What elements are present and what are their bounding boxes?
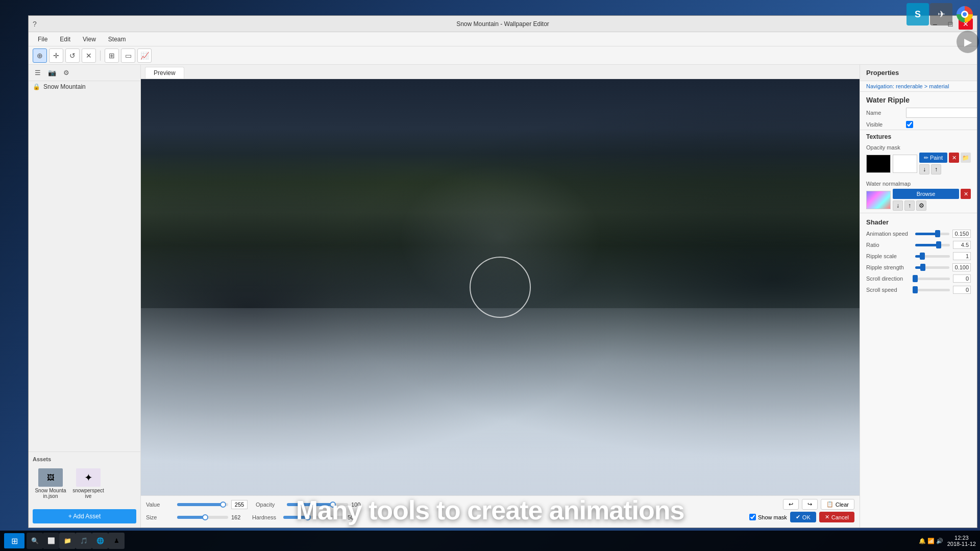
shader-val-0: 0.150 [952, 230, 971, 238]
shader-row-2: Ripple scale 1 [860, 251, 977, 262]
opacity-mask-thumb-white [893, 155, 917, 173]
taskbar-steam[interactable]: ♟ [108, 533, 125, 549]
normalmap-down-btn[interactable]: ↓ [893, 201, 903, 211]
shader-name-2: Ripple scale [866, 253, 912, 259]
toolbar-separator [100, 51, 101, 61]
shader-thumb-4 [913, 275, 918, 282]
opacity-mask-label: Opacity mask [866, 144, 971, 151]
shader-fill-1 [915, 244, 939, 246]
water-normalmap-row: Browse ✕ ↓ ↑ ⚙ [866, 189, 971, 211]
shader-val-3: 0.100 [952, 263, 971, 271]
shader-slider-3[interactable] [915, 266, 949, 269]
sidebar-item-snow-mountain[interactable]: 🔒 Snow Mountain [29, 81, 140, 92]
app-window: ? Snow Mountain - Wallpaper Editor – □ ✕… [28, 15, 977, 528]
sidebar-toolbar: ☰ 📷 ⚙ [29, 65, 140, 81]
tool-refresh[interactable]: ↺ [65, 48, 80, 63]
menu-file[interactable]: File [33, 34, 53, 44]
tool-rect[interactable]: ▭ [121, 48, 135, 63]
opacity-mask-thumb-black [866, 155, 891, 173]
canvas-image [141, 79, 860, 495]
menu-view[interactable]: View [78, 34, 101, 44]
paint-button[interactable]: ✏ Paint [919, 153, 947, 163]
shader-thumb-0 [935, 230, 940, 237]
tool-chart[interactable]: 📈 [137, 48, 152, 63]
sidebar-camera-icon[interactable]: 📷 [46, 67, 58, 79]
chrome-icon-systray[interactable] [953, 3, 976, 26]
taskbar-explorer[interactable]: 📁 [59, 533, 76, 549]
asset-thumb-snow2: ✦ [76, 468, 101, 487]
help-icon[interactable]: ? [33, 20, 37, 28]
shader-slider-5[interactable] [915, 289, 950, 291]
shader-name-1: Ratio [866, 242, 912, 248]
shader-name-0: Animation speed [866, 231, 912, 237]
clear-texture-button[interactable]: ✕ [949, 153, 959, 163]
preview-tab-bar: Preview [141, 65, 860, 79]
shader-val-5: 0 [953, 286, 971, 294]
telegram-icon[interactable]: ✈ [930, 3, 952, 26]
shader-row-1: Ratio 4.5 [860, 239, 977, 251]
taskbar-chrome[interactable]: 🌐 [92, 533, 108, 549]
normalmap-up-btn[interactable]: ↑ [904, 201, 915, 211]
tex-down-btn[interactable]: ↓ [919, 164, 929, 174]
start-button[interactable]: ⊞ [4, 533, 24, 548]
sidebar-settings-icon[interactable]: ⚙ [60, 67, 72, 79]
tool-move[interactable]: ✛ [49, 48, 63, 63]
shader-section: Shader Animation speed 0.150 Ratio 4.5 R… [860, 213, 977, 297]
shader-val-2: 1 [953, 252, 971, 260]
toolbar: ⊕ ✛ ↺ ✕ ⊞ ▭ 📈 [29, 46, 977, 65]
sidebar-list-icon[interactable]: ☰ [32, 67, 44, 79]
visible-checkbox[interactable] [906, 121, 913, 128]
opacity-mask-item: Opacity mask ✏ Paint ✕ 📁 ↓ [860, 142, 977, 177]
clear-normalmap-button[interactable]: ✕ [961, 189, 971, 199]
tool-select[interactable]: ⊕ [33, 48, 47, 63]
shader-val-1: 4.5 [953, 241, 971, 249]
shader-thumb-1 [936, 241, 941, 248]
browse-normalmap-button[interactable]: Browse [893, 189, 959, 199]
shader-slider-1[interactable] [915, 244, 950, 246]
taskbar-spotify[interactable]: 🎵 [76, 533, 92, 549]
taskbar-tray: 🔔 📶 🔊 12:23 2018-11-12 [919, 535, 976, 547]
date-display: 2018-11-12 [947, 541, 976, 547]
nav-link[interactable]: renderable > material [896, 83, 949, 89]
shader-row-4: Scroll direction 0 [860, 273, 977, 284]
name-input[interactable] [906, 108, 977, 118]
shader-thumb-3 [920, 264, 925, 271]
water-ripple-title: Water Ripple [860, 92, 977, 106]
main-content: ☰ 📷 ⚙ 🔒 Snow Mountain Assets 🖼 Snow Moun… [29, 65, 977, 528]
wallpaper-engine-tray[interactable]: ▶ [957, 31, 979, 53]
properties-header: Properties [860, 65, 977, 81]
shader-slider-0[interactable] [915, 233, 949, 235]
properties-panel: Properties Navigation: renderable > mate… [860, 65, 977, 528]
browse-texture-button[interactable]: 📁 [961, 153, 971, 163]
menu-steam[interactable]: Steam [103, 34, 131, 44]
tex-up-btn[interactable]: ↑ [931, 164, 941, 174]
shader-slider-2[interactable] [915, 255, 950, 258]
tool-grid[interactable]: ⊞ [105, 48, 119, 63]
skype-icon[interactable]: S [906, 3, 929, 26]
preview-tab[interactable]: Preview [145, 67, 184, 79]
shader-row-5: Scroll speed 0 [860, 284, 977, 295]
sidebar: ☰ 📷 ⚙ 🔒 Snow Mountain Assets 🖼 Snow Moun… [29, 65, 141, 528]
overlay-text: Many tools to create animations [0, 495, 980, 525]
normalmap-settings-btn[interactable]: ⚙ [916, 201, 926, 211]
taskbar-taskview[interactable]: ⬜ [43, 533, 59, 549]
shader-name-4: Scroll direction [866, 276, 912, 282]
shader-row-3: Ripple strength 0.100 [860, 262, 977, 273]
shader-row-0: Animation speed 0.150 [860, 228, 977, 239]
water-normalmap-thumb [866, 191, 891, 209]
assets-label: Assets [29, 454, 140, 464]
tray-icons: 🔔 📶 🔊 [919, 538, 943, 544]
shader-label: Shader [860, 215, 977, 228]
menu-edit[interactable]: Edit [55, 34, 76, 44]
titlebar: ? Snow Mountain - Wallpaper Editor – □ ✕ [29, 16, 977, 32]
preview-area: Preview Value [141, 65, 860, 528]
tool-close[interactable]: ✕ [82, 48, 96, 63]
menubar: File Edit View Steam [29, 32, 977, 46]
shader-slider-4[interactable] [915, 278, 950, 280]
taskbar-search[interactable]: 🔍 [27, 533, 43, 549]
asset-thumb-snow: 🖼 [38, 468, 63, 487]
time-display: 12:23 [954, 535, 969, 541]
shader-name-5: Scroll speed [866, 287, 912, 293]
shader-thumb-2 [920, 253, 925, 260]
preview-canvas[interactable] [141, 79, 860, 495]
